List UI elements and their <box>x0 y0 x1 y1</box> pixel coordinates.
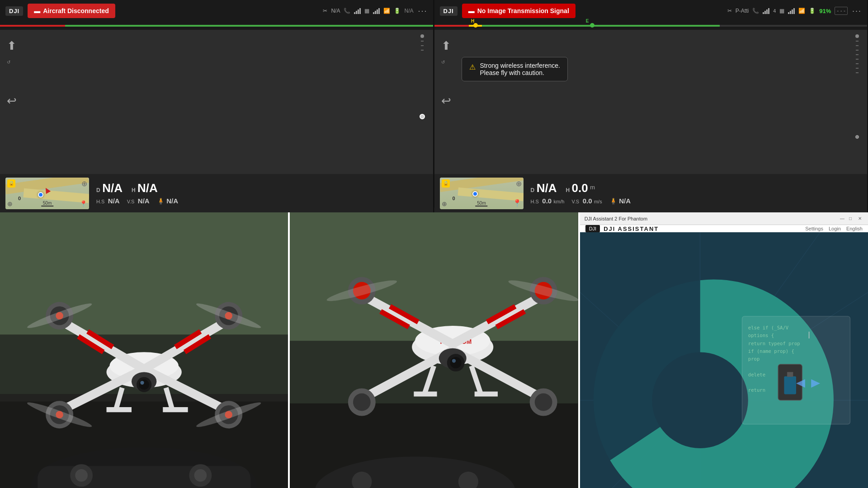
warning-icon: ⚠ <box>469 63 476 71</box>
tele-d-right: D N/A <box>531 181 557 195</box>
close-btn[interactable]: ✕ <box>858 216 863 221</box>
map-pin-left[interactable]: 📍 <box>80 200 87 207</box>
drone-position-left <box>38 192 43 197</box>
status-bar-icon-right: ▬ <box>468 7 475 14</box>
battery-dash: - - - <box>835 7 848 15</box>
english-link[interactable]: English <box>846 226 863 231</box>
slider-top-right <box>855 34 859 38</box>
battery-pct-right: 91% <box>819 8 831 14</box>
more-button-left[interactable]: ··· <box>418 6 427 16</box>
login-link[interactable]: Login <box>829 226 841 231</box>
tele-person-right: 🧍 N/A <box>609 197 631 205</box>
signal-bars-2-left <box>373 8 380 14</box>
drone-photo-2: PHANTOM <box>290 212 578 488</box>
info-bar-left: 🔒 ⊕ ⊕ 📍 0 50m D N/A H <box>0 174 433 212</box>
takeoff-icon-right[interactable]: ⬆↺ <box>441 39 451 67</box>
svg-text:options {: options { <box>748 333 774 338</box>
left-controls: ⬆↺ ↩ <box>7 39 17 108</box>
svg-rect-6 <box>38 466 250 488</box>
svg-text:return: return <box>748 387 765 393</box>
svg-rect-1 <box>0 212 288 347</box>
svg-text:|: | <box>808 331 810 338</box>
battery-icon-left: 🔋 <box>394 8 401 14</box>
svg-text:prop: prop <box>748 356 760 362</box>
software-window-title: DJI Assistant 2 For Phantom <box>585 216 647 221</box>
signal-phone-icon: 📞 <box>344 8 350 14</box>
aircraft-status-left: ▬ Aircraft Disconnected <box>28 4 115 18</box>
warning-line2: Please fly with caution. <box>480 69 560 76</box>
dji-logo-right: DJI <box>440 6 458 16</box>
minimize-btn[interactable]: — <box>840 216 845 221</box>
svg-text:delete: delete <box>748 372 765 378</box>
svg-rect-111 <box>787 372 793 377</box>
svg-text:if (name prop) {: if (name prop) { <box>748 348 794 354</box>
tele-vs-left: V.S N/A <box>127 197 150 205</box>
tele-h-right: H 0.0 m <box>566 181 595 195</box>
info-bar-right: 🔒 ⊕ ⊕ 📍 0 50m D N/A H <box>434 174 868 212</box>
maximize-btn[interactable]: □ <box>849 216 854 221</box>
svg-point-100 <box>652 352 748 448</box>
fbr-dot-h <box>473 23 478 28</box>
svg-point-13 <box>75 469 88 482</box>
mini-map-right[interactable]: 🔒 ⊕ ⊕ 📍 0 50m <box>440 178 524 209</box>
slider-top-left <box>420 34 424 38</box>
tele-hs-right: H.S 0.0 km/h <box>531 197 565 205</box>
map-pin-right[interactable]: 📍 <box>513 199 522 207</box>
window-controls[interactable]: — □ ✕ <box>840 216 863 221</box>
battery-value-left: N/A <box>404 8 413 14</box>
drone-position-right <box>472 191 478 197</box>
map-target-right[interactable]: ⊕ <box>516 179 522 188</box>
flight-bar-right: H E <box>434 22 868 30</box>
aircraft-status-right: ▬ No Image Transmission Signal <box>462 4 576 18</box>
svg-point-85 <box>452 359 456 362</box>
svg-point-84 <box>450 357 462 368</box>
wifi-icon-left: 📶 <box>383 8 390 14</box>
tele-d-left: D N/A <box>96 181 123 195</box>
slider-handle-right[interactable] <box>855 135 859 139</box>
warning-line1: Strong wireless interference. <box>480 62 560 69</box>
status-icons-left: ✂ N/A 📞 ▦ 📶 🔋 N/A <box>323 8 413 14</box>
map-lock-left[interactable]: 🔒 <box>7 179 15 188</box>
dji-logo-software: DJI <box>585 225 600 232</box>
flight-mode-value-right: P-Atti <box>736 8 749 14</box>
software-nav[interactable]: Settings Login English <box>805 226 863 231</box>
settings-link[interactable]: Settings <box>805 226 823 231</box>
map-zoom-left[interactable]: ⊕ <box>7 200 13 207</box>
waypoint-icon-left[interactable]: ↩ <box>7 94 17 108</box>
signal-grid-icon-right: ▦ <box>779 8 784 14</box>
telemetry-right: D N/A H 0.0 m H.S 0.0 km/h <box>531 181 862 205</box>
status-icons-right: ✂ P-Atti 📞 4 ▦ 📶 🔋 <box>727 7 848 15</box>
svg-point-44 <box>139 380 149 389</box>
takeoff-icon-left[interactable]: ⬆↺ <box>7 39 17 67</box>
pie-chart-area: else if (_SA/V options { return typeof p… <box>580 232 868 488</box>
software-body: DJI DJI ASSISTANT Settings Login English <box>580 225 868 488</box>
svg-text:return typeof prop: return typeof prop <box>748 341 800 347</box>
svg-point-15 <box>194 469 207 482</box>
signal-grid-icon: ▦ <box>364 8 369 14</box>
waypoint-icon-right[interactable]: ↩ <box>441 94 451 108</box>
flight-mode-icon: ✂ <box>323 8 327 14</box>
slider-handle-left[interactable] <box>420 114 425 119</box>
flight-mode-value: N/A <box>331 8 340 14</box>
signal-phone-icon-right: 📞 <box>752 8 759 14</box>
signal1-count: 4 <box>773 8 776 14</box>
svg-point-45 <box>140 381 144 385</box>
map-target-left[interactable]: ⊕ <box>81 179 87 188</box>
mini-map-left[interactable]: 🔒 ⊕ ⊕ 📍 0 50m <box>5 178 89 209</box>
drone-photo-1 <box>0 212 288 488</box>
svg-rect-110 <box>784 376 796 394</box>
map-number-right: 0 <box>453 196 455 201</box>
status-icon-left: ▬ <box>34 7 40 14</box>
dji-logo-left: DJI <box>5 6 23 16</box>
svg-text:else if (_SA/V: else if (_SA/V <box>748 325 788 331</box>
fbr-label-h: H <box>471 19 474 23</box>
map-number-left: 0 <box>18 196 21 201</box>
map-lock-right[interactable]: 🔒 <box>442 179 450 188</box>
tele-vs-right: V.S 0.0 m/s <box>571 197 602 205</box>
svg-point-77 <box>353 394 371 411</box>
tele-person-left: 🧍 N/A <box>157 197 178 205</box>
map-zoom-right[interactable]: ⊕ <box>442 200 447 207</box>
flight-bar-left <box>0 22 433 30</box>
signal-bars-2-right <box>788 8 795 14</box>
more-button-right[interactable]: ··· <box>852 6 862 16</box>
